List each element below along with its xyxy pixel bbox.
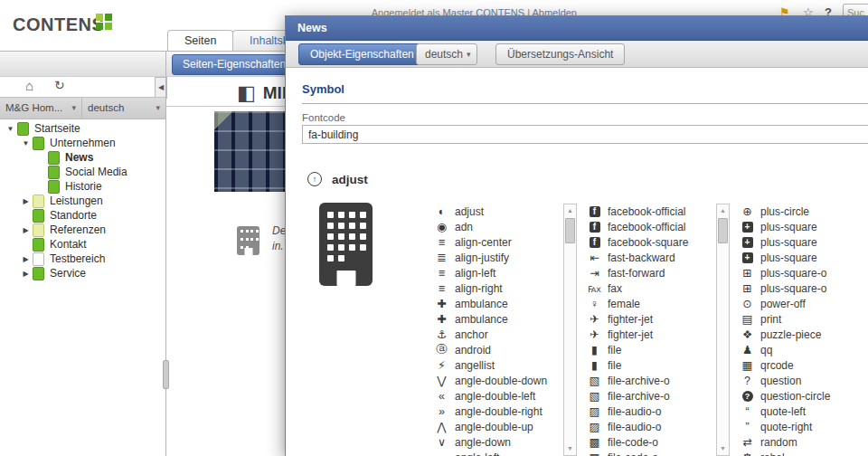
icon-list-item[interactable]: ❖ puzzle-piece — [741, 327, 868, 342]
icon-list-item[interactable]: ⇄ random — [741, 434, 868, 450]
tree-expander-icon[interactable]: ▶ — [19, 197, 33, 205]
icon-list-item[interactable]: ℻ fax — [588, 280, 716, 296]
icon-list-item[interactable]: ▮ file — [588, 357, 716, 373]
scrollbar-thumb[interactable] — [718, 218, 728, 243]
tree-item[interactable]: ▶ Testbereich — [0, 252, 163, 266]
refresh-icon[interactable]: ↻ — [54, 78, 65, 92]
icon-list-item[interactable]: ▮ file — [588, 342, 716, 357]
icon-list-item[interactable]: ✚ ambulance — [435, 296, 563, 311]
tree-expander-icon[interactable]: ▶ — [19, 226, 33, 234]
icon-list-item[interactable]: ✚ ambulance — [435, 311, 563, 327]
page-properties-button[interactable]: Seiten-Eigenschaften — [172, 54, 297, 75]
icon-list-item[interactable]: ” quote-right — [741, 419, 868, 434]
icon-list-item[interactable]: ◐ adjust — [435, 204, 563, 219]
tree-item[interactable]: ▼ Unternehmen — [0, 136, 163, 150]
text-line — [222, 338, 289, 352]
icon-list-item[interactable]: ▩ file-code-o — [588, 434, 716, 450]
language-dropdown[interactable]: deutsch ▾ — [82, 98, 165, 119]
icon-list-item[interactable]: ▨ file-audio-o — [588, 404, 716, 419]
arrow-circle-up-icon[interactable]: ↑ — [307, 172, 322, 186]
tree-item[interactable]: Historie — [0, 179, 163, 194]
icon-list-item[interactable]: ▩ file-code-o — [588, 450, 716, 456]
dialog-titlebar[interactable]: News — [286, 16, 868, 41]
icon-list-item[interactable]: ♀ female — [588, 296, 716, 311]
tree-expander-icon[interactable]: ▼ — [19, 139, 33, 147]
dialog-language-dropdown[interactable]: deutsch ▾ — [416, 43, 477, 65]
icon-list-item[interactable]: + plus-square — [741, 250, 868, 265]
icon-list-item[interactable]: ⊙ power-off — [741, 296, 868, 311]
icon-list-item[interactable]: f facebook-square — [588, 234, 716, 250]
icon-list-item[interactable]: ⋀ angle-double-up — [435, 419, 563, 434]
icon-list-item[interactable]: ▧ file-archive-o — [588, 373, 716, 388]
icon-list-item[interactable]: ▤ print — [741, 311, 868, 327]
icon-list-item[interactable]: « angle-double-left — [435, 388, 563, 404]
icon-list-item[interactable]: ✈ fighter-jet — [588, 327, 716, 342]
object-properties-tab[interactable]: Objekt-Eigenschaften — [298, 43, 426, 65]
icon-list-item[interactable]: ⊞ plus-square-o — [741, 265, 868, 280]
icon-list-item[interactable]: ? question-circle — [741, 388, 868, 404]
fa-icon: ? — [742, 391, 753, 402]
language-dropdown-value: deutsch — [88, 98, 124, 119]
icon-list-item[interactable]: ⇥ fast-forward — [588, 265, 716, 280]
tab-seiten[interactable]: Seiten — [167, 30, 233, 52]
contens-logo: CONTENS — [13, 14, 104, 35]
scrollbar-thumb[interactable] — [565, 218, 575, 243]
scroll-down-icon[interactable]: ▼ — [564, 443, 576, 454]
icon-list-item[interactable]: ▧ file-archive-o — [588, 388, 716, 404]
home-icon[interactable]: ⌂ — [25, 78, 33, 93]
icon-list-item[interactable]: f facebook-official — [588, 204, 716, 219]
icon-list-item[interactable]: ≡ align-center — [435, 234, 563, 250]
icon-list-item[interactable]: ⇤ fast-backward — [588, 250, 716, 265]
icon-list-item[interactable]: ? question — [741, 373, 868, 388]
icon-list-item[interactable]: ⋁ angle-double-down — [435, 373, 563, 388]
fa-icon-name: align-center — [455, 236, 512, 249]
translation-view-button[interactable]: Übersetzungs-Ansicht — [495, 43, 625, 65]
tree-item[interactable]: Standorte — [0, 208, 163, 223]
fa-icon-name: quote-left — [760, 405, 806, 418]
icon-list-item[interactable]: ≣ align-justify — [435, 250, 563, 265]
scrollbar[interactable]: ▲ ▼ — [716, 204, 730, 456]
icon-list-item[interactable]: ≡ align-right — [435, 280, 563, 296]
icon-list-item[interactable]: ∨ angle-down — [435, 434, 563, 450]
icon-list-item[interactable]: ▦ qrcode — [741, 357, 868, 373]
icon-list-item[interactable]: ▨ file-audio-o — [588, 419, 716, 434]
icon-list-item[interactable]: ⚡ angellist — [435, 357, 563, 373]
tree-item[interactable]: Kontakt — [0, 237, 163, 252]
icon-list-item[interactable]: + plus-square — [741, 219, 868, 234]
scrollbar[interactable]: ▲ ▼ — [563, 204, 577, 456]
icon-list-item[interactable]: ♟ qq — [741, 342, 868, 357]
icon-list-item[interactable]: ⓐ android — [435, 342, 563, 357]
tree-expander-icon[interactable]: ▶ — [19, 270, 33, 278]
site-dropdown-value: M&G Hom... — [5, 98, 62, 119]
tree-item[interactable]: ▶ Service — [0, 266, 163, 280]
icon-list-item[interactable]: ⊕ plus-circle — [741, 204, 868, 219]
icon-list-item[interactable]: ☸ rebel — [741, 450, 868, 456]
tree-item[interactable]: ▼ Startseite — [0, 121, 163, 136]
tree-item[interactable]: ▶ Leistungen — [0, 194, 163, 208]
site-dropdown[interactable]: M&G Hom... ▾ — [0, 98, 82, 119]
icon-list-item[interactable]: ‹ angle-left — [435, 450, 563, 456]
tree-item[interactable]: ▶ Referenzen — [0, 223, 163, 237]
icon-list-item[interactable]: ◉ adn — [435, 219, 563, 234]
fa-icon-name: ambulance — [455, 298, 508, 310]
fontcode-input[interactable] — [302, 125, 868, 144]
tree-item[interactable]: Social Media — [0, 165, 163, 179]
icon-list-item[interactable]: » angle-double-right — [435, 404, 563, 419]
icon-list-item[interactable]: + plus-square — [741, 234, 868, 250]
tree-item[interactable]: News — [0, 150, 163, 165]
fa-icon: ❖ — [741, 328, 754, 341]
icon-column-1: ◐ adjust ◉ adn ≡ align-center ≣ align-ju… — [435, 204, 577, 456]
icon-list-item[interactable]: f facebook-official — [588, 219, 716, 234]
scroll-up-icon[interactable]: ▲ — [717, 205, 729, 216]
icon-list-item[interactable]: ⚓ anchor — [435, 327, 563, 342]
scroll-down-icon[interactable]: ▼ — [717, 443, 729, 454]
icon-list-item[interactable]: ≡ align-left — [435, 265, 563, 280]
splitter-handle[interactable] — [163, 360, 169, 389]
icon-list-item[interactable]: ✈ fighter-jet — [588, 311, 716, 327]
icon-list-item[interactable]: ⊞ plus-square-o — [741, 280, 868, 296]
tree-expander-icon[interactable]: ▼ — [4, 125, 17, 133]
fa-icon: + — [742, 222, 753, 233]
scroll-up-icon[interactable]: ▲ — [564, 205, 576, 216]
tree-expander-icon[interactable]: ▶ — [19, 255, 33, 263]
icon-list-item[interactable]: “ quote-left — [741, 404, 868, 419]
